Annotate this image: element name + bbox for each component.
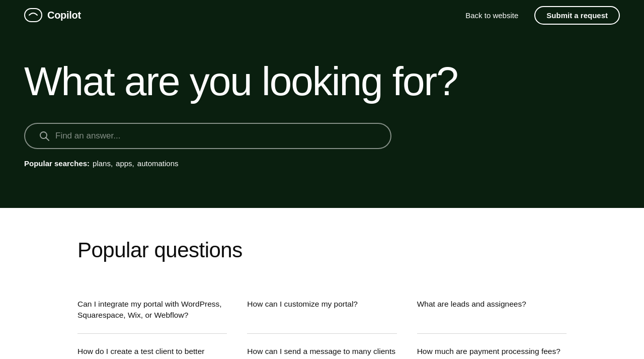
question-item[interactable]: Can I integrate my portal with WordPress… <box>77 286 227 334</box>
header: Copilot Back to website Submit a request <box>0 0 644 30</box>
back-to-website-link[interactable]: Back to website <box>465 11 518 20</box>
popular-questions-title: Popular questions <box>77 238 567 262</box>
popular-searches: Popular searches: plans, apps, automatio… <box>24 159 179 168</box>
svg-rect-0 <box>25 9 42 22</box>
questions-grid: Can I integrate my portal with WordPress… <box>77 286 567 359</box>
question-item[interactable]: What are leads and assignees? <box>417 286 567 334</box>
question-text: How do I create a test client to better … <box>77 346 227 359</box>
submit-request-button[interactable]: Submit a request <box>534 6 620 25</box>
header-nav: Back to website Submit a request <box>465 6 620 25</box>
popular-link-automations[interactable]: automations <box>137 159 179 168</box>
logo-area: Copilot <box>24 8 81 22</box>
question-text: Can I integrate my portal with WordPress… <box>77 299 227 321</box>
question-item[interactable]: How can I send a message to many clients… <box>247 334 396 359</box>
svg-line-2 <box>46 138 49 141</box>
popular-link-plans[interactable]: plans, <box>93 159 113 168</box>
question-text: What are leads and assignees? <box>417 299 567 310</box>
question-item[interactable]: How do I create a test client to better … <box>77 334 227 359</box>
search-icon <box>39 131 49 141</box>
question-text: How can I customize my portal? <box>247 299 396 310</box>
question-item[interactable]: How much are payment processing fees? <box>417 334 567 359</box>
copilot-logo-icon <box>24 8 42 22</box>
main-content: Popular questions Can I integrate my por… <box>0 208 644 359</box>
hero-title: What are you looking for? <box>24 60 458 103</box>
question-text: How much are payment processing fees? <box>417 346 567 357</box>
question-item[interactable]: How can I customize my portal? <box>247 286 396 334</box>
popular-link-apps[interactable]: apps, <box>116 159 134 168</box>
hero-section: What are you looking for? Popular search… <box>0 30 644 208</box>
logo-text: Copilot <box>47 10 81 21</box>
search-bar <box>24 123 391 149</box>
search-input[interactable] <box>55 131 376 141</box>
popular-searches-label: Popular searches: <box>24 159 90 168</box>
question-text: How can I send a message to many clients… <box>247 346 396 359</box>
